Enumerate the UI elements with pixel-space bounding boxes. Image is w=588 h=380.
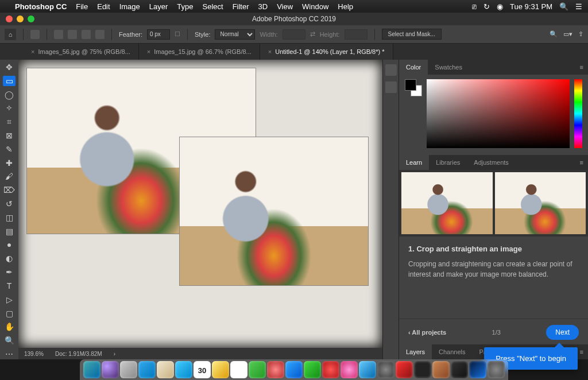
- dock-safari[interactable]: [138, 361, 156, 378]
- stamp-tool[interactable]: ⌦: [3, 185, 16, 195]
- pen-tool[interactable]: ✒: [3, 267, 16, 277]
- menu-layer[interactable]: Layer: [149, 2, 168, 11]
- window-zoom-button[interactable]: [28, 15, 34, 22]
- screen-share-icon[interactable]: ⎚: [472, 2, 477, 11]
- sync-icon[interactable]: ↻: [483, 2, 490, 11]
- dock-trash[interactable]: [488, 361, 505, 378]
- canvas[interactable]: 139.6% Doc: 1.91M/3.82M ›: [18, 60, 382, 359]
- search-icon[interactable]: 🔍: [550, 30, 558, 38]
- dock-calendar[interactable]: [194, 361, 211, 378]
- share-icon[interactable]: ⇪: [578, 30, 583, 38]
- eraser-tool[interactable]: ◫: [3, 212, 16, 223]
- style-select[interactable]: Normal: [215, 29, 255, 40]
- dock-mail[interactable]: [157, 361, 174, 378]
- dock-siri[interactable]: [102, 361, 119, 378]
- collapsed-panel-button-1[interactable]: [385, 64, 397, 76]
- zoom-tool[interactable]: 🔍: [3, 335, 16, 346]
- tab-learn[interactable]: Learn: [399, 155, 429, 170]
- fg-bg-swatch[interactable]: [405, 79, 422, 96]
- dock-appstore[interactable]: [359, 361, 376, 378]
- dock-reminders[interactable]: [230, 361, 247, 378]
- selection-add-icon[interactable]: [68, 30, 77, 39]
- selection-intersect-icon[interactable]: [95, 30, 105, 39]
- zoom-readout[interactable]: 139.6%: [24, 351, 44, 357]
- dock-maps[interactable]: [249, 361, 266, 378]
- feather-input[interactable]: [147, 29, 170, 40]
- panel-menu-icon[interactable]: ≡: [575, 64, 588, 71]
- menu-extra-icon[interactable]: ☰: [575, 2, 582, 11]
- doc-size-readout[interactable]: Doc: 1.91M/3.82M: [55, 351, 102, 357]
- wand-tool[interactable]: ✧: [3, 103, 16, 113]
- menu-edit[interactable]: Edit: [97, 2, 110, 11]
- tab-adjustments[interactable]: Adjustments: [467, 155, 516, 170]
- menu-window[interactable]: Window: [302, 2, 328, 11]
- menu-select[interactable]: Select: [202, 2, 223, 11]
- move-tool[interactable]: ✥: [3, 62, 16, 72]
- lasso-tool[interactable]: ◯: [3, 90, 16, 100]
- dock-itunes[interactable]: [341, 361, 358, 378]
- dock-contacts[interactable]: [175, 361, 192, 378]
- cc-icon[interactable]: ◉: [497, 2, 503, 11]
- doc-tab-1[interactable]: ×Images_56.jpg @ 75% (RGB/8...: [23, 44, 139, 60]
- menubar-clock[interactable]: Tue 9:31 PM: [510, 2, 552, 11]
- close-icon[interactable]: ×: [31, 48, 34, 55]
- dock-photos[interactable]: [267, 361, 284, 378]
- heal-tool[interactable]: ✚: [3, 158, 16, 168]
- marquee-tool-icon[interactable]: [30, 30, 40, 39]
- selection-subtract-icon[interactable]: [82, 30, 91, 39]
- dock-preferences[interactable]: [377, 361, 394, 378]
- dock-messages[interactable]: [285, 361, 303, 378]
- collapsed-panel-button-2[interactable]: [385, 82, 397, 93]
- dock-app-2[interactable]: [432, 361, 450, 378]
- tab-libraries[interactable]: Libraries: [429, 155, 467, 170]
- dock-photoshop[interactable]: [469, 361, 486, 378]
- close-icon[interactable]: ×: [147, 48, 150, 55]
- dock-terminal[interactable]: [414, 361, 431, 378]
- type-tool[interactable]: T: [3, 281, 16, 291]
- tab-channels[interactable]: Channels: [432, 344, 472, 359]
- close-icon[interactable]: ×: [268, 48, 272, 55]
- all-projects-link[interactable]: ‹ All projects: [408, 329, 446, 336]
- window-close-button[interactable]: [6, 15, 13, 22]
- spotlight-icon[interactable]: 🔍: [559, 2, 568, 11]
- doc-tab-2[interactable]: ×Images_15.jpg @ 66.7% (RGB/8...: [139, 44, 260, 60]
- dock-notes[interactable]: [212, 361, 229, 378]
- frame-tool[interactable]: ⊠: [3, 130, 16, 141]
- eyedropper-tool[interactable]: ✎: [3, 144, 16, 154]
- antialias-checkbox[interactable]: ☐: [175, 30, 180, 38]
- hue-slider[interactable]: [574, 79, 582, 148]
- hand-tool[interactable]: ✋: [3, 321, 16, 332]
- dock-app-1[interactable]: [396, 361, 413, 378]
- menu-3d[interactable]: 3D: [258, 2, 268, 11]
- dock-launchpad[interactable]: [120, 361, 137, 378]
- panel-menu-icon[interactable]: ≡: [575, 159, 588, 166]
- status-arrow-icon[interactable]: ›: [114, 351, 115, 357]
- blur-tool[interactable]: ●: [3, 240, 16, 250]
- doc-tab-3[interactable]: ×Untitled-1 @ 140% (Layer 1, RGB/8*) *: [260, 44, 393, 60]
- tab-layers[interactable]: Layers: [399, 344, 432, 359]
- history-brush-tool[interactable]: ↺: [3, 199, 16, 209]
- color-field[interactable]: [427, 79, 570, 148]
- menu-image[interactable]: Image: [119, 2, 140, 11]
- tab-swatches[interactable]: Swatches: [428, 60, 469, 75]
- menu-type[interactable]: Type: [177, 2, 193, 11]
- menu-help[interactable]: Help: [338, 2, 353, 11]
- crop-tool[interactable]: ⌗: [3, 117, 16, 127]
- more-tools[interactable]: ⋯: [3, 349, 16, 359]
- select-and-mask-button[interactable]: Select and Mask...: [382, 29, 442, 40]
- app-name[interactable]: Photoshop CC: [15, 2, 67, 11]
- brush-tool[interactable]: 🖌: [3, 172, 16, 182]
- menu-view[interactable]: View: [277, 2, 293, 11]
- next-button[interactable]: Next: [546, 325, 579, 340]
- dock-finder[interactable]: [83, 361, 100, 378]
- tab-color[interactable]: Color: [399, 60, 428, 75]
- selection-new-icon[interactable]: [54, 30, 63, 39]
- gradient-tool[interactable]: ▤: [3, 226, 16, 236]
- dock-facetime[interactable]: [304, 361, 321, 378]
- window-minimize-button[interactable]: [17, 15, 24, 22]
- workspace-switcher-icon[interactable]: ▭▾: [563, 30, 572, 38]
- dodge-tool[interactable]: ◐: [3, 253, 16, 263]
- shape-tool[interactable]: ▢: [3, 308, 16, 319]
- menu-filter[interactable]: Filter: [233, 2, 249, 11]
- marquee-tool[interactable]: ▭: [3, 76, 16, 86]
